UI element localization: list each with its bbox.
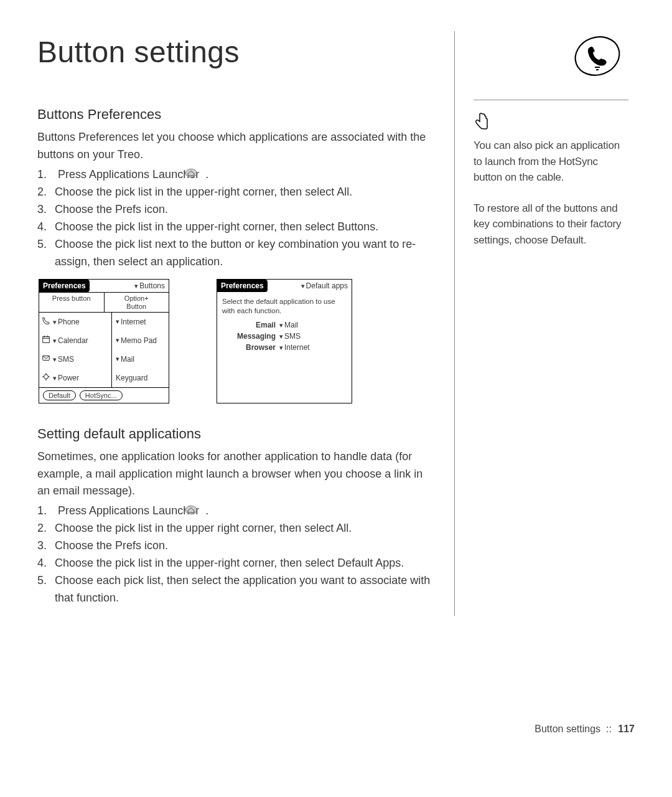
screen-instruction: Select the default application to use wi… <box>217 292 352 319</box>
sidebar-tip: To restore all of the buttons and key co… <box>474 200 628 248</box>
default-button[interactable]: Default <box>43 390 76 400</box>
column-header: Press button <box>39 293 105 311</box>
step: Choose the Prefs icon. <box>37 537 436 555</box>
power-icon <box>39 372 53 383</box>
section1-intro: Buttons Preferences let you choose which… <box>37 129 436 164</box>
hotsync-button[interactable]: HotSync... <box>80 390 123 400</box>
picklist-category[interactable]: Default apps <box>268 280 352 292</box>
step: Choose the pick list in the upper-right … <box>37 184 436 201</box>
screenshot-default-apps: Preferences Default apps Select the defa… <box>217 279 352 403</box>
function-label: Messaging <box>222 332 279 341</box>
button-picklist[interactable]: SMS <box>53 355 111 364</box>
button-picklist[interactable]: Phone <box>53 318 111 326</box>
sidebar-tip: You can also pick an application to laun… <box>474 138 628 186</box>
section2-steps: Press Applications Launcher . Choose the… <box>37 502 436 607</box>
button-picklist[interactable]: Calendar <box>53 336 111 345</box>
phone-icon <box>39 316 53 327</box>
screen-title: Preferences <box>217 280 268 292</box>
svg-point-6 <box>44 375 49 379</box>
function-label: Browser <box>222 343 279 352</box>
svg-point-0 <box>185 169 197 177</box>
section-heading-default-apps: Setting default applications <box>37 426 436 442</box>
screenshot-buttons-prefs: Preferences Buttons Press button Option+… <box>39 279 169 403</box>
step: Choose the pick list in the upper-right … <box>37 219 436 236</box>
app-picklist[interactable]: Internet <box>279 343 347 352</box>
svg-point-11 <box>185 506 197 514</box>
page-footer: Button settings :: 117 <box>534 724 635 735</box>
column-header: Option+ Button <box>105 293 169 311</box>
svg-point-12 <box>572 31 622 81</box>
step: Choose the pick list in the upper right … <box>37 520 436 537</box>
page-number: 117 <box>618 724 635 734</box>
app-picklist[interactable]: Mail <box>279 321 347 329</box>
option-label: Keyguard <box>111 369 169 387</box>
screen-title: Preferences <box>39 280 90 292</box>
step: Press Applications Launcher . <box>37 502 436 520</box>
divider <box>474 100 628 100</box>
step: Press Applications Launcher . <box>37 166 436 184</box>
tip-hand-icon <box>474 111 628 133</box>
svg-rect-1 <box>43 337 50 343</box>
picklist-category[interactable]: Buttons <box>90 280 169 292</box>
step: Choose the pick list in the upper-right … <box>37 555 436 572</box>
section1-steps: Press Applications Launcher . Choose the… <box>37 166 436 271</box>
option-picklist[interactable]: Memo Pad <box>111 331 169 350</box>
option-picklist[interactable]: Internet <box>111 313 169 331</box>
app-picklist[interactable]: SMS <box>279 332 347 341</box>
phone-decorative-icon <box>572 31 622 81</box>
option-picklist[interactable]: Mail <box>111 350 169 369</box>
section-heading-buttons-prefs: Buttons Preferences <box>37 106 436 123</box>
sms-icon <box>39 354 53 364</box>
step: Choose the Prefs icon. <box>37 201 436 219</box>
button-picklist[interactable]: Power <box>53 374 111 382</box>
step: Choose the pick list next to the button … <box>37 236 436 271</box>
step: Choose each pick list, then select the a… <box>37 572 436 607</box>
calendar-icon <box>39 335 53 346</box>
page-title: Button settings <box>37 35 436 69</box>
section2-intro: Sometimes, one application looks for ano… <box>37 448 436 501</box>
function-label: Email <box>222 321 279 329</box>
